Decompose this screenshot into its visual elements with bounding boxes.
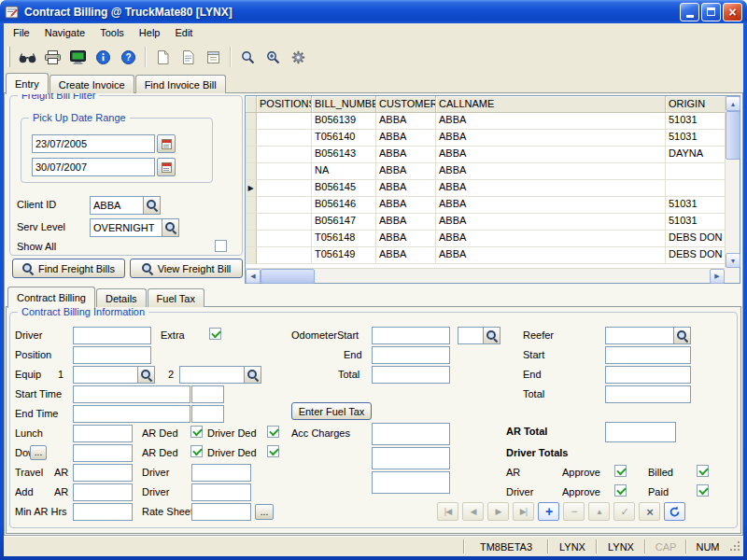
paid-checkbox[interactable] bbox=[697, 484, 709, 497]
cell-origin[interactable]: 51031 bbox=[666, 197, 725, 214]
reefer-input[interactable] bbox=[605, 327, 674, 344]
ar-approve-checkbox[interactable] bbox=[614, 465, 627, 477]
grid-horizontal-scrollbar[interactable]: ◀ ▶ bbox=[246, 268, 725, 283]
cell-positions[interactable] bbox=[257, 231, 312, 247]
cell-positions[interactable] bbox=[257, 214, 312, 231]
client-id-input[interactable] bbox=[90, 196, 144, 215]
table-row[interactable]: T056148 ABBA ABBA DEBS DON bbox=[246, 231, 725, 247]
down-ellipsis-button[interactable]: ... bbox=[30, 445, 47, 460]
scroll-up-button[interactable]: ▲ bbox=[726, 96, 740, 111]
cell-positions[interactable] bbox=[257, 163, 312, 180]
cell-bill-number[interactable]: B056147 bbox=[312, 214, 376, 231]
driver-input[interactable] bbox=[73, 327, 151, 344]
menu-tools[interactable]: Tools bbox=[92, 24, 132, 41]
cell-callname[interactable]: ABBA bbox=[436, 197, 666, 214]
vertical-scroll-thumb[interactable] bbox=[726, 111, 740, 160]
table-row[interactable]: B056145 ABBA ABBA bbox=[246, 180, 725, 197]
acc-charges-input-3[interactable] bbox=[372, 471, 450, 494]
cell-customer[interactable]: ABBA bbox=[376, 130, 436, 147]
table-row[interactable]: T056140 ABBA ABBA 51031 bbox=[246, 130, 725, 147]
odometer-search-button[interactable] bbox=[484, 327, 500, 344]
row-marker-cell[interactable] bbox=[246, 163, 257, 180]
scroll-down-button[interactable]: ▼ bbox=[726, 253, 740, 268]
end-time-input[interactable] bbox=[73, 405, 190, 423]
toolbar-button-info[interactable] bbox=[91, 45, 116, 69]
date-from-input[interactable] bbox=[32, 134, 155, 153]
start-time-input[interactable] bbox=[73, 385, 190, 403]
find-freight-bills-button[interactable]: Find Freight Bills bbox=[12, 259, 125, 278]
odometer-start-input[interactable] bbox=[372, 327, 450, 344]
tab-contract-billing[interactable]: Contract Billing bbox=[7, 287, 95, 308]
reefer-end-input[interactable] bbox=[605, 366, 691, 384]
row-marker-cell[interactable] bbox=[246, 197, 257, 214]
tab-details[interactable]: Details bbox=[96, 288, 147, 307]
cell-callname[interactable]: ABBA bbox=[436, 214, 666, 231]
grid-header-customer[interactable]: CUSTOMER bbox=[376, 96, 436, 113]
menu-edit[interactable]: Edit bbox=[167, 24, 200, 41]
enter-fuel-tax-button[interactable]: Enter Fuel Tax bbox=[291, 402, 372, 420]
cell-bill-number[interactable]: B056146 bbox=[312, 197, 376, 214]
cell-customer[interactable]: ABBA bbox=[376, 113, 436, 130]
table-row[interactable]: B056147 ABBA ABBA 51031 bbox=[246, 214, 725, 231]
cell-callname[interactable]: ABBA bbox=[436, 180, 666, 197]
scroll-left-button[interactable]: ◀ bbox=[246, 269, 261, 284]
equip1-search-button[interactable] bbox=[138, 366, 155, 384]
cell-callname[interactable]: ABBA bbox=[436, 113, 666, 130]
grid-header-positions[interactable]: POSITIONS bbox=[257, 96, 312, 113]
title-bar[interactable]: Contract Billing @ TruckMate80 [LYNX] × bbox=[0, 0, 747, 23]
cell-customer[interactable]: ABBA bbox=[376, 180, 436, 197]
nav-first-button[interactable]: |◀ bbox=[437, 502, 458, 521]
serv-level-input[interactable] bbox=[90, 218, 162, 237]
cell-customer[interactable]: ABBA bbox=[376, 247, 436, 264]
min-ar-hrs-input[interactable] bbox=[73, 503, 133, 521]
nav-last-button[interactable]: ▶| bbox=[513, 502, 534, 521]
down-driver-ded-checkbox[interactable] bbox=[267, 445, 279, 457]
toolbar-button-zoom[interactable] bbox=[235, 45, 261, 69]
date-to-calendar-button[interactable] bbox=[157, 158, 176, 176]
cell-positions[interactable] bbox=[257, 247, 312, 264]
table-row[interactable]: NA ABBA ABBA bbox=[246, 163, 725, 180]
ar-total-input[interactable] bbox=[605, 422, 676, 442]
cell-positions[interactable] bbox=[257, 197, 312, 214]
rate-sheet-input[interactable] bbox=[191, 503, 251, 521]
equip1-input[interactable] bbox=[73, 366, 138, 384]
client-id-search-button[interactable] bbox=[144, 196, 161, 215]
minimize-button[interactable] bbox=[680, 3, 699, 21]
acc-charges-input-2[interactable] bbox=[372, 447, 450, 469]
travel-driver-input[interactable] bbox=[191, 464, 251, 482]
toolbar-button-copy[interactable] bbox=[176, 45, 201, 69]
add-driver-input[interactable] bbox=[191, 483, 251, 501]
cell-customer[interactable]: ABBA bbox=[376, 197, 436, 214]
show-all-checkbox[interactable] bbox=[215, 240, 227, 252]
toolbar-button-form[interactable] bbox=[201, 45, 226, 69]
cell-origin[interactable]: DEBS DON bbox=[666, 231, 725, 247]
date-to-input[interactable] bbox=[32, 158, 155, 176]
cell-origin[interactable] bbox=[666, 180, 725, 197]
cell-bill-number[interactable]: B056139 bbox=[312, 113, 376, 130]
menu-navigate[interactable]: Navigate bbox=[37, 24, 92, 41]
table-row[interactable]: T056149 ABBA ABBA DEBS DON bbox=[246, 247, 725, 264]
odometer-lookup-input[interactable] bbox=[458, 327, 484, 344]
cell-origin[interactable] bbox=[666, 163, 725, 180]
row-marker-cell[interactable] bbox=[246, 113, 257, 130]
grid-header-bill-number[interactable]: BILL_NUMBER bbox=[312, 96, 376, 113]
row-marker-cell[interactable] bbox=[246, 231, 257, 247]
reefer-search-button[interactable] bbox=[674, 327, 691, 344]
grid-header-origin[interactable]: ORIGIN bbox=[666, 96, 725, 113]
view-freight-bill-button[interactable]: View Freight Bill bbox=[130, 259, 243, 278]
cell-bill-number[interactable]: T056149 bbox=[312, 247, 376, 264]
toolbar-button-zoom-plus[interactable] bbox=[261, 45, 286, 69]
grid-header-callname[interactable]: CALLNAME bbox=[436, 96, 666, 113]
travel-ar-input[interactable] bbox=[73, 464, 133, 482]
cell-origin[interactable]: 51031 bbox=[666, 113, 725, 130]
row-marker-cell[interactable] bbox=[246, 130, 257, 147]
reefer-total-input[interactable] bbox=[605, 385, 691, 403]
cell-bill-number[interactable]: B056143 bbox=[312, 147, 376, 163]
cell-origin[interactable]: 51031 bbox=[666, 130, 725, 147]
horizontal-scroll-thumb[interactable] bbox=[261, 269, 315, 284]
table-row[interactable]: B056139 ABBA ABBA 51031 bbox=[246, 113, 725, 130]
start-time-extra-input[interactable] bbox=[191, 385, 224, 403]
table-row[interactable]: B056143 ABBA ABBA DAYNA bbox=[246, 147, 725, 163]
acc-charges-input-1[interactable] bbox=[372, 423, 450, 445]
lunch-driver-ded-checkbox[interactable] bbox=[267, 426, 279, 438]
